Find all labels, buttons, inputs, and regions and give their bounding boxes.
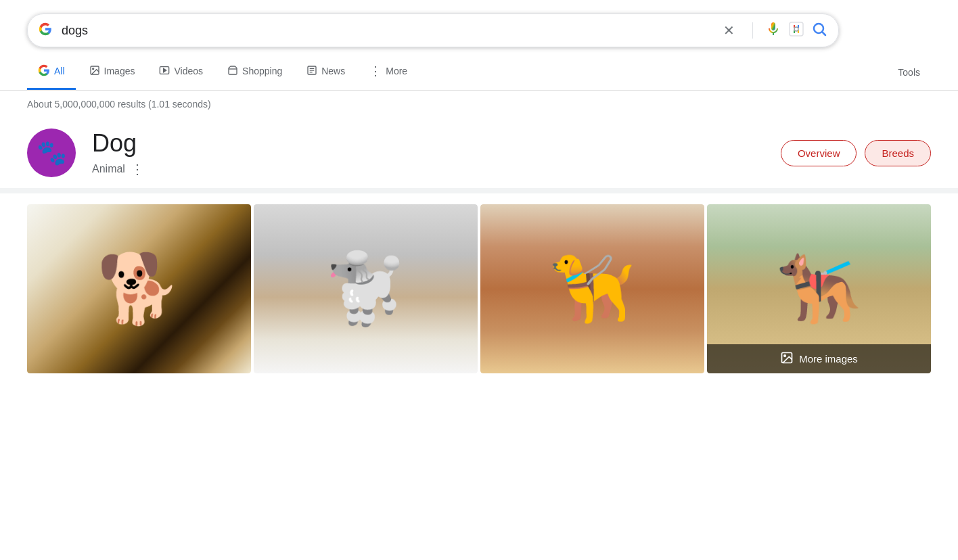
section-divider	[0, 188, 958, 193]
search-bar-area: dogs ✕	[0, 0, 958, 54]
tab-videos[interactable]: Videos	[148, 55, 214, 89]
knowledge-panel-subtitle-row: Animal ⋮	[92, 161, 765, 177]
more-images-overlay[interactable]: More images	[707, 344, 931, 373]
tab-images[interactable]: Images	[78, 55, 146, 89]
svg-line-3	[823, 32, 826, 36]
more-images-label: More images	[799, 353, 858, 365]
dog-image-3[interactable]: 🦮	[480, 204, 704, 373]
more-tab-icon: ⋮	[369, 64, 382, 78]
tab-more-label: More	[386, 66, 407, 76]
images-strip: 🐕 🐩 🦮 🐕‍🦺 More images	[0, 193, 958, 384]
news-tab-icon	[306, 65, 317, 78]
svg-rect-0	[790, 22, 803, 36]
tab-all[interactable]: All	[27, 55, 76, 90]
knowledge-panel: 🐾 Dog Animal ⋮ Overview Breeds	[0, 118, 958, 188]
paw-icon: 🐾	[37, 139, 67, 167]
svg-point-1	[794, 27, 798, 31]
tabs-area: All Images Videos	[0, 54, 958, 91]
knowledge-panel-icon: 🐾	[27, 129, 76, 177]
results-count: About 5,000,000,000 results (1.01 second…	[0, 91, 958, 118]
svg-point-5	[92, 68, 93, 69]
knowledge-panel-buttons: Overview Breeds	[781, 140, 931, 166]
tab-all-label: All	[54, 66, 65, 76]
search-submit-icon[interactable]	[811, 21, 827, 40]
knowledge-panel-subtitle: Animal	[92, 163, 125, 175]
all-tab-icon	[38, 64, 50, 78]
search-divider	[752, 22, 753, 39]
dog-image-1[interactable]: 🐕	[27, 204, 251, 373]
dog-image-2[interactable]: 🐩	[254, 204, 478, 373]
tab-videos-label: Videos	[174, 66, 203, 76]
search-input[interactable]: dogs	[62, 24, 716, 38]
knowledge-panel-info: Dog Animal ⋮	[92, 129, 765, 177]
tabs-left: All Images Videos	[27, 54, 418, 90]
svg-point-14	[784, 355, 786, 357]
search-bar: dogs ✕	[27, 14, 839, 47]
shopping-tab-icon	[227, 65, 238, 78]
knowledge-panel-more-icon[interactable]: ⋮	[131, 161, 144, 177]
tab-shopping[interactable]: Shopping	[216, 55, 293, 89]
svg-marker-7	[164, 68, 166, 72]
tab-news-label: News	[321, 66, 345, 76]
overview-button[interactable]: Overview	[781, 140, 857, 166]
more-images-icon	[780, 351, 794, 367]
breeds-button[interactable]: Breeds	[865, 140, 931, 166]
images-tab-icon	[89, 65, 100, 78]
tab-images-label: Images	[104, 66, 135, 76]
videos-tab-icon	[159, 65, 170, 78]
tab-shopping-label: Shopping	[242, 66, 282, 76]
mic-icon[interactable]	[765, 21, 781, 40]
knowledge-panel-title: Dog	[92, 129, 765, 158]
clear-icon[interactable]: ✕	[723, 22, 735, 39]
lens-icon[interactable]	[788, 21, 804, 40]
dog-image-4[interactable]: 🐕‍🦺 More images	[707, 204, 931, 373]
google-logo-icon	[39, 22, 52, 39]
tab-more[interactable]: ⋮ More	[359, 54, 418, 90]
tab-news[interactable]: News	[296, 55, 356, 89]
tools-button[interactable]: Tools	[887, 57, 931, 87]
